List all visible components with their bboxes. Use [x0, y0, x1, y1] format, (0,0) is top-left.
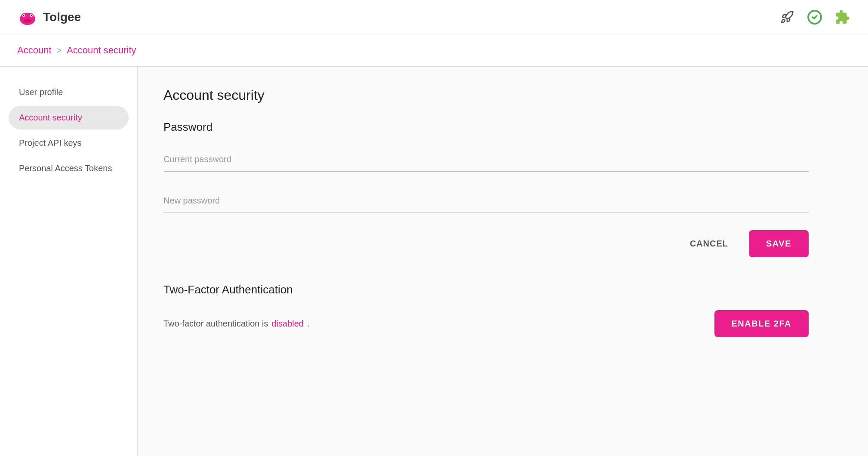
check-circle-icon[interactable]	[806, 9, 823, 26]
puzzle-icon[interactable]	[834, 9, 851, 26]
tfa-section-title: Two-Factor Authentication	[163, 283, 842, 296]
rocket-icon[interactable]	[779, 9, 796, 26]
save-button[interactable]: SAVE	[749, 230, 809, 257]
header-icons	[779, 9, 851, 26]
password-form-actions: CANCEL SAVE	[163, 230, 809, 257]
logo-icon	[17, 7, 38, 28]
svg-point-6	[31, 15, 32, 16]
password-section-title: Password	[163, 120, 842, 134]
svg-point-7	[24, 19, 31, 22]
sidebar-item-project-api-keys[interactable]: Project API keys	[9, 131, 129, 155]
new-password-input[interactable]	[163, 189, 809, 213]
sidebar-item-user-profile[interactable]: User profile	[9, 80, 129, 104]
new-password-group	[163, 189, 809, 213]
tfa-description-suffix: .	[307, 319, 310, 329]
tfa-status-text: Two-factor authentication is disabled.	[163, 319, 310, 329]
tfa-status-value: disabled	[271, 319, 304, 329]
sidebar-item-personal-access-tokens[interactable]: Personal Access Tokens	[9, 157, 129, 180]
enable-2fa-button[interactable]: ENABLE 2FA	[714, 310, 809, 337]
main-layout: User profile Account security Project AP…	[0, 67, 868, 456]
sidebar-item-account-security[interactable]: Account security	[9, 106, 129, 129]
tfa-description: Two-factor authentication is disabled. E…	[163, 310, 809, 337]
current-password-group	[163, 148, 809, 172]
tfa-description-prefix: Two-factor authentication is	[163, 319, 268, 329]
header: Tolgee	[0, 0, 868, 34]
breadcrumb-separator: >	[57, 46, 62, 55]
tfa-section: Two-Factor Authentication Two-factor aut…	[163, 283, 842, 337]
breadcrumb: Account > Account security	[0, 34, 868, 67]
breadcrumb-parent[interactable]: Account	[17, 45, 52, 56]
cancel-button[interactable]: CANCEL	[680, 232, 739, 256]
sidebar: User profile Account security Project AP…	[0, 67, 138, 456]
logo-text: Tolgee	[43, 10, 81, 24]
page-title: Account security	[163, 87, 842, 103]
content-area: Account security Password CANCEL SAVE Tw…	[138, 67, 868, 456]
svg-point-5	[23, 15, 25, 16]
current-password-input[interactable]	[163, 148, 809, 172]
breadcrumb-current: Account security	[67, 45, 136, 56]
logo: Tolgee	[17, 7, 81, 28]
